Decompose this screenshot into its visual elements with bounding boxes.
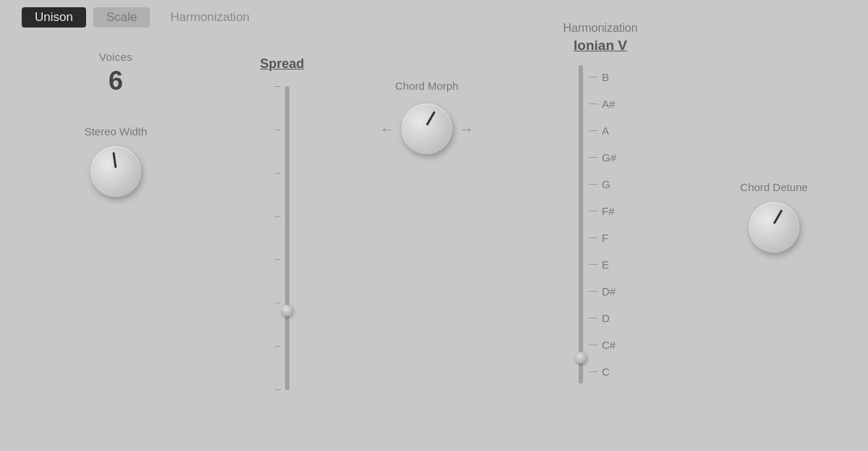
harmonization-title: Harmonization <box>563 22 637 35</box>
harm-notes-col: B A# A G# G <box>583 65 622 384</box>
note-dash <box>589 104 597 104</box>
note-dash <box>589 264 597 265</box>
note-dash <box>589 211 597 211</box>
note-dash <box>589 371 597 372</box>
note-row-C: C <box>589 361 622 384</box>
note-label-G: G <box>602 178 622 190</box>
note-row-G: G <box>589 172 622 195</box>
note-dash <box>589 130 597 131</box>
chord-morph-indicator <box>426 111 436 126</box>
spread-slider-container <box>275 86 289 390</box>
note-row-Asharp: A# <box>589 92 622 115</box>
stereo-width-label: Stereo Width <box>85 125 148 138</box>
note-label-Asharp: A# <box>602 98 622 110</box>
chord-morph-section: Chord Morph ← → <box>354 7 499 154</box>
note-row-Gsharp: G# <box>589 146 622 169</box>
harmonization-subtitle: Ionian V <box>574 38 627 54</box>
note-row-B: B <box>589 65 622 88</box>
tick <box>275 389 281 390</box>
note-row-D: D <box>589 307 622 330</box>
main-container: Unison Scale Harmonization Voices 6 Ster… <box>0 0 868 451</box>
unison-section: Voices 6 Stereo Width <box>22 7 210 197</box>
note-dash <box>589 237 597 238</box>
note-label-Gsharp: G# <box>602 151 622 164</box>
tick <box>275 216 281 217</box>
stereo-width-indicator <box>112 152 116 168</box>
chord-morph-label: Chord Morph <box>395 80 459 92</box>
note-dash <box>589 77 597 77</box>
tick <box>275 130 281 130</box>
chord-detune-knob[interactable] <box>749 202 799 253</box>
tick <box>275 173 281 174</box>
left-arrow-icon: ← <box>380 121 394 138</box>
chord-detune-section: Chord Detune <box>702 7 846 253</box>
harm-slider-track[interactable] <box>579 65 583 384</box>
note-label-F: F <box>602 232 622 244</box>
scale-section: Spread <box>210 7 354 390</box>
spread-track-wrapper <box>285 86 289 390</box>
note-dash <box>589 184 597 185</box>
chord-morph-knob[interactable] <box>401 104 452 154</box>
note-label-D: D <box>602 312 622 324</box>
spread-ticks <box>275 86 285 390</box>
note-dash <box>589 345 597 345</box>
chord-detune-indicator <box>773 209 783 224</box>
chord-detune-knob-wrapper <box>749 202 799 253</box>
tick <box>275 303 281 303</box>
note-label-C: C <box>602 366 622 378</box>
note-label-Csharp: C# <box>602 339 622 351</box>
note-label-Dsharp: D# <box>602 285 622 298</box>
spread-label: Spread <box>260 56 304 72</box>
harm-content: B A# A G# G <box>579 65 622 384</box>
right-arrow-icon: → <box>459 121 474 138</box>
tick <box>275 346 281 347</box>
note-label-B: B <box>602 71 622 83</box>
spread-slider-thumb[interactable] <box>281 305 293 316</box>
stereo-width-knob[interactable] <box>90 146 141 197</box>
note-row-E: E <box>589 253 622 277</box>
note-row-Dsharp: D# <box>589 280 622 303</box>
note-row-A: A <box>589 119 622 142</box>
voices-value: 6 <box>109 66 123 96</box>
stereo-width-knob-wrapper <box>90 146 141 197</box>
spread-slider-track[interactable] <box>285 86 289 390</box>
note-label-A: A <box>602 125 622 137</box>
note-label-E: E <box>602 258 622 271</box>
note-dash <box>589 157 597 158</box>
note-dash <box>589 318 597 319</box>
note-row-F: F <box>589 226 622 249</box>
voices-label: Voices <box>99 51 132 63</box>
note-row-Csharp: C# <box>589 334 622 357</box>
note-label-Fsharp: F# <box>602 205 622 217</box>
tick <box>275 86 281 87</box>
harmonization-section: Harmonization Ionian V B A# <box>499 7 702 384</box>
harm-slider-col <box>579 65 583 384</box>
chord-detune-label: Chord Detune <box>740 181 807 193</box>
tick <box>275 259 281 260</box>
harm-slider-thumb[interactable] <box>575 352 587 363</box>
chord-morph-knob-row: ← → <box>380 104 474 154</box>
note-dash <box>589 291 597 292</box>
note-row-Fsharp: F# <box>589 199 622 222</box>
